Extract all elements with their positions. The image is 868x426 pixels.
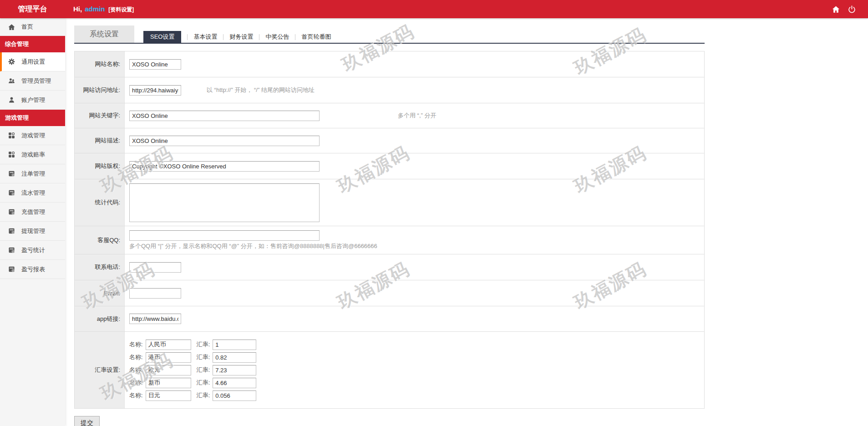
field-label: 网站版权: bbox=[75, 153, 125, 179]
home-icon[interactable] bbox=[832, 5, 840, 14]
tab-separator bbox=[259, 34, 259, 40]
form-row: 网站关键字:多个用 “,” 分开 bbox=[75, 103, 704, 128]
username: admin bbox=[85, 5, 105, 13]
profile-settings-link[interactable]: [资料设置] bbox=[108, 6, 134, 14]
exchange-name-input[interactable] bbox=[146, 390, 191, 401]
field-hint: 多个QQ用 “|” 分开，显示名称和QQ用 “@” 分开，如：售前咨询@8888… bbox=[129, 242, 377, 250]
grid-icon bbox=[8, 132, 15, 139]
field-input[interactable] bbox=[129, 314, 181, 324]
sidebar-item-label: 游戏赔率 bbox=[21, 151, 45, 159]
doc-icon bbox=[8, 208, 15, 216]
field-input[interactable] bbox=[129, 230, 320, 241]
tab-基本设置[interactable]: 基本设置 bbox=[193, 33, 217, 41]
field-input[interactable] bbox=[129, 262, 181, 273]
top-header: 管理平台 Hi, admin [资料设置] bbox=[0, 0, 868, 18]
sidebar-item-盈亏统计[interactable]: 盈亏统计 bbox=[0, 241, 65, 260]
exchange-rows: 名称:汇率:名称:汇率:名称:汇率:名称:汇率:名称:汇率: bbox=[125, 332, 704, 408]
sidebar-section-综合管理: 综合管理 bbox=[0, 36, 65, 52]
sidebar-item-游戏赔率[interactable]: 游戏赔率 bbox=[0, 145, 65, 164]
sidebar-item-管理员管理[interactable]: 管理员管理 bbox=[0, 71, 65, 91]
form-row: Email: bbox=[75, 280, 704, 306]
form-row: 网站访问地址:以 “http://” 开始， “/” 结尾的网站访问地址 bbox=[75, 77, 704, 103]
exchange-rate-input[interactable] bbox=[213, 365, 256, 375]
field-label: 联系电话: bbox=[75, 254, 125, 280]
field-input[interactable] bbox=[129, 85, 181, 96]
field-label: 客服QQ: bbox=[75, 226, 125, 254]
tab-SEO设置[interactable]: SEO设置 bbox=[143, 31, 181, 43]
tab-中奖公告[interactable]: 中奖公告 bbox=[265, 33, 289, 41]
field-value-cell bbox=[125, 306, 704, 331]
field-label: 统计代码: bbox=[75, 179, 125, 226]
home-icon bbox=[8, 23, 15, 31]
field-value-cell bbox=[125, 280, 704, 306]
field-input[interactable] bbox=[129, 136, 320, 146]
exchange-name-input[interactable] bbox=[146, 365, 191, 375]
exchange-name-label: 名称: bbox=[129, 353, 143, 361]
sidebar-item-盈亏报表[interactable]: 盈亏报表 bbox=[0, 260, 65, 279]
sidebar-item-label: 管理员管理 bbox=[21, 77, 51, 85]
field-label: app链接: bbox=[75, 306, 125, 331]
exchange-name-input[interactable] bbox=[146, 340, 191, 350]
sidebar-item-充值管理[interactable]: 充值管理 bbox=[0, 203, 65, 222]
field-hint: 以 “http://” 开始， “/” 结尾的网站访问地址 bbox=[207, 86, 315, 94]
sidebar-item-label: 账户管理 bbox=[21, 96, 45, 104]
field-input[interactable] bbox=[129, 59, 181, 70]
tab-首页轮番图[interactable]: 首页轮番图 bbox=[301, 33, 331, 41]
doc-icon bbox=[8, 246, 15, 254]
exchange-rate-input[interactable] bbox=[213, 352, 256, 363]
exchange-row: 名称:汇率: bbox=[129, 377, 256, 389]
submit-button[interactable]: 提交 bbox=[74, 416, 100, 426]
power-logout-icon[interactable] bbox=[848, 5, 856, 14]
form-row: 联系电话: bbox=[75, 254, 704, 280]
exchange-row: 名称:汇率: bbox=[129, 365, 256, 376]
sidebar-item-通用设置[interactable]: 通用设置 bbox=[0, 52, 65, 71]
app-title: 管理平台 bbox=[0, 5, 65, 14]
sidebar-nav: 首页综合管理通用设置管理员管理账户管理游戏管理游戏管理游戏赔率注单管理流水管理充… bbox=[0, 18, 65, 426]
field-input[interactable] bbox=[129, 161, 320, 172]
field-input[interactable] bbox=[129, 288, 181, 299]
exchange-rate-label: 汇率: bbox=[197, 366, 210, 374]
field-value-cell bbox=[125, 179, 704, 226]
sidebar-item-注单管理[interactable]: 注单管理 bbox=[0, 164, 65, 183]
field-value-cell: 多个QQ用 “|” 分开，显示名称和QQ用 “@” 分开，如：售前咨询@8888… bbox=[125, 226, 704, 254]
sidebar-item-label: 提现管理 bbox=[21, 227, 45, 235]
field-input[interactable] bbox=[129, 111, 320, 121]
tab-bar: 系统设置 SEO设置基本设置财务设置中奖公告首页轮番图 bbox=[74, 26, 705, 44]
exchange-row: 名称:汇率: bbox=[129, 339, 256, 350]
exchange-name-label: 名称: bbox=[129, 391, 143, 400]
field-value-cell: 以 “http://” 开始， “/” 结尾的网站访问地址 bbox=[125, 77, 704, 103]
field-textarea[interactable] bbox=[129, 183, 320, 222]
sidebar-item-流水管理[interactable]: 流水管理 bbox=[0, 183, 65, 203]
field-value-cell: 多个用 “,” 分开 bbox=[125, 103, 704, 128]
sidebar-item-首页[interactable]: 首页 bbox=[0, 18, 65, 36]
exchange-name-input[interactable] bbox=[146, 352, 191, 363]
form-row-exchange: 汇率设置:名称:汇率:名称:汇率:名称:汇率:名称:汇率:名称:汇率: bbox=[75, 331, 704, 408]
field-value-cell bbox=[125, 153, 704, 179]
exchange-rate-input[interactable] bbox=[213, 340, 256, 350]
exchange-rate-label: 汇率: bbox=[197, 379, 210, 387]
sidebar-item-提现管理[interactable]: 提现管理 bbox=[0, 222, 65, 241]
field-label: 网站访问地址: bbox=[75, 77, 125, 103]
settings-form: 网站名称:网站访问地址:以 “http://” 开始， “/” 结尾的网站访问地… bbox=[74, 51, 705, 409]
sidebar-item-label: 盈亏统计 bbox=[21, 246, 45, 254]
exchange-rate-label: 汇率: bbox=[197, 391, 210, 400]
exchange-name-input[interactable] bbox=[146, 378, 191, 388]
sidebar-item-label: 流水管理 bbox=[21, 189, 45, 197]
tab-separator bbox=[295, 34, 295, 40]
tab-separator bbox=[187, 34, 188, 40]
form-row: 客服QQ:多个QQ用 “|” 分开，显示名称和QQ用 “@” 分开，如：售前咨询… bbox=[75, 226, 704, 254]
field-label: 汇率设置: bbox=[75, 332, 125, 408]
exchange-rate-input[interactable] bbox=[213, 378, 256, 388]
sidebar-item-账户管理[interactable]: 账户管理 bbox=[0, 91, 65, 110]
sidebar-item-label: 游戏管理 bbox=[21, 132, 45, 140]
field-value-cell bbox=[125, 128, 704, 153]
exchange-rate-input[interactable] bbox=[213, 390, 256, 401]
doc-icon bbox=[8, 170, 15, 178]
form-row: 网站版权: bbox=[75, 153, 704, 179]
grid-icon bbox=[8, 151, 15, 158]
exchange-name-label: 名称: bbox=[129, 340, 143, 349]
field-value-cell bbox=[125, 254, 704, 280]
sidebar-item-游戏管理[interactable]: 游戏管理 bbox=[0, 126, 65, 145]
tabs: SEO设置基本设置财务设置中奖公告首页轮番图 bbox=[143, 31, 331, 43]
tab-财务设置[interactable]: 财务设置 bbox=[229, 33, 253, 41]
